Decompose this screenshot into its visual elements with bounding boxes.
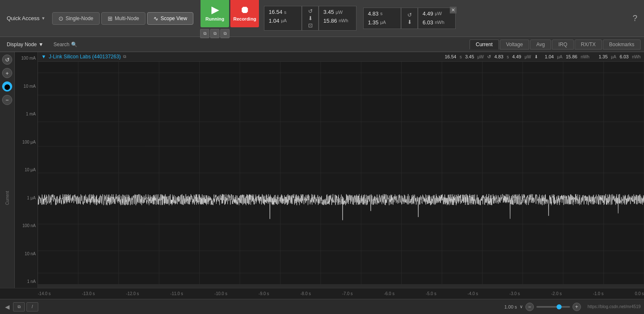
y-label-10ua: 10 μA (16, 168, 36, 172)
running-icon3[interactable]: ⧉ (220, 29, 230, 38)
oscilloscope-area[interactable] (38, 62, 644, 284)
y-label-100na: 100 nA (16, 224, 36, 228)
stats-group-2: ✕ 4.83 s 1.35 μA ↺ ⬇ 4.49 μW 6.03 nWh (363, 8, 456, 29)
recording-button[interactable]: ⏺ Recording (230, 0, 259, 27)
device-expand-icon[interactable]: ⧉ (123, 54, 126, 59)
close-stats2-button[interactable]: ✕ (450, 7, 457, 13)
x-label-7: -7.0 s (342, 291, 353, 296)
x-label-8: -8.0 s (301, 291, 311, 296)
record-icon: ⏺ (240, 5, 249, 16)
cs-current2: 1.35 (599, 54, 607, 59)
tab-rxtx[interactable]: RX/TX (575, 39, 602, 50)
tab-avg[interactable]: Avg (530, 39, 551, 50)
zoom-minus-ctrl[interactable]: − (2, 95, 12, 105)
zoom-out-ctrl[interactable]: ↺ (2, 55, 12, 65)
left-controls: ↺ + ⬤ − Current (0, 52, 15, 288)
running-label: Running (206, 16, 224, 21)
y-label-10na: 10 nA (16, 252, 36, 256)
cs-download-icon[interactable]: ⬇ (534, 54, 538, 60)
zoom-select-ctrl[interactable]: ⬤ (2, 81, 12, 92)
x-label-9: -9.0 s (259, 291, 269, 296)
multi-node-button[interactable]: ⊞ Multi-Node (101, 12, 145, 25)
y-axis: 100 mA 10 mA 1 mA 100 μA 10 μA 1 μA 100 … (15, 52, 38, 288)
stats-icon3[interactable]: ⊡ (308, 22, 313, 29)
quick-access-label: Quick Access (7, 15, 40, 21)
stats-group-1: 16.54 s 1.04 μA ↺ ⬇ ⊡ 3.45 μW 15.86 nWh (264, 6, 356, 31)
help-button[interactable]: ? (629, 13, 641, 23)
main-chart[interactable]: ▼ J-Link Silicon Labs (440137263) ⧉ 16.5… (38, 52, 644, 288)
cs-sep (593, 54, 595, 59)
stat-time-value: 16.54 (269, 8, 282, 17)
device-arrow-icon: ▼ (41, 54, 46, 60)
x-label-6: -6.0 s (384, 291, 394, 296)
zoom-controls: 1.00 s ∨ − + (504, 303, 581, 311)
bottom-icon-2[interactable]: / (26, 302, 38, 311)
cs-energy1: 15.86 (566, 54, 578, 59)
zoom-in-button[interactable]: + (573, 303, 581, 311)
status-url: https://blog.csdn.net/mr4519 (588, 304, 641, 309)
zoom-slider[interactable] (536, 306, 570, 308)
zoom-slider-thumb[interactable] (557, 304, 562, 309)
bottom-icon-1[interactable]: ⧉ (13, 302, 25, 311)
stat-current-value: 1.04 (269, 17, 279, 26)
zoom-in-ctrl[interactable]: + (2, 68, 12, 78)
download-icon[interactable]: ⬇ (308, 15, 313, 21)
current-axis-label-container: Current (4, 108, 11, 288)
reset2-icon[interactable]: ↺ (407, 12, 412, 18)
download2-icon[interactable]: ⬇ (407, 19, 412, 25)
scope-canvas (38, 62, 644, 284)
stats2-reset-icons: ↺ ⬇ (401, 8, 418, 29)
bottom-bar: ◀ ⧉ / 1.00 s ∨ − + https://blog.csdn.net… (0, 299, 644, 314)
tab-irq[interactable]: IRQ (552, 39, 573, 50)
x-label-2: -2.0 s (551, 291, 562, 296)
toolbar: Quick Access ▼ ⊙ Single-Node ⊞ Multi-Nod… (0, 0, 644, 37)
quick-access-button[interactable]: Quick Access ▼ (3, 13, 49, 23)
running-button[interactable]: ▶ Running (201, 0, 229, 27)
chart-stats: 16.54 s 3.45 μW ↺ 4.83 s 4.49 μW ⬇ 1.04 … (445, 54, 641, 60)
scroll-left-button[interactable]: ◀ (3, 304, 11, 310)
main-content: ↺ + ⬤ − Current 100 mA 10 mA 1 mA 100 μA… (0, 52, 644, 314)
single-node-button[interactable]: ⊙ Single-Node (52, 12, 100, 25)
stat-time-unit: s (284, 9, 287, 16)
scope-view-label: Scope View (161, 16, 187, 21)
chart-header: ▼ J-Link Silicon Labs (440137263) ⧉ 16.5… (38, 52, 644, 62)
running-icon1[interactable]: ⧉ (200, 29, 209, 38)
cs-energy2: 6.03 (620, 54, 628, 59)
search-box[interactable]: Search 🔍 (53, 42, 77, 47)
display-node-label: Display Node (7, 42, 37, 47)
stat-power-unit: μW (335, 9, 343, 16)
x-label-3: -3.0 s (509, 291, 520, 296)
quick-access-chevron: ▼ (41, 16, 45, 21)
cs-time2-unit: s (507, 55, 509, 59)
view-buttons: ⊙ Single-Node ⊞ Multi-Node ∿ Scope View (52, 12, 193, 25)
running-icon2[interactable]: ⧉ (210, 29, 219, 38)
tab-bookmarks[interactable]: Bookmarks (603, 39, 641, 50)
display-node-dropdown[interactable]: Display Node ▼ (3, 40, 47, 49)
scope-view-icon: ∿ (153, 15, 158, 22)
y-label-100ma: 100 mA (16, 56, 36, 60)
second-row: Display Node ▼ Search 🔍 Current Voltage … (0, 37, 644, 52)
cs-reset1-icon[interactable]: ↺ (487, 54, 491, 60)
x-label-13: -13.0 s (82, 291, 95, 296)
zoom-out-button[interactable]: − (525, 303, 534, 311)
scope-view-button[interactable]: ∿ Scope View (147, 12, 193, 25)
cs-energy1-unit: nWh (581, 55, 589, 59)
stat-current-unit: μA (281, 17, 287, 25)
reset-icon[interactable]: ↺ (308, 8, 313, 14)
tab-voltage[interactable]: Voltage (500, 39, 529, 50)
cs-power2: 4.49 (512, 54, 521, 59)
x-labels: -14.0 s -13.0 s -12.0 s -11.0 s -10.0 s … (38, 291, 644, 296)
x-label-1: -1.0 s (593, 291, 604, 296)
bottom-left-icons-group: ⧉ / (13, 302, 38, 311)
y-label-1ua: 1 μA (16, 196, 36, 200)
chart-device: ▼ J-Link Silicon Labs (440137263) ⧉ (41, 54, 126, 60)
y-label-1na: 1 nA (16, 280, 36, 284)
stat2-current-value: 1.35 (368, 18, 378, 27)
stat2-energy-unit: nWh (435, 19, 444, 26)
y-label-1ma: 1 mA (16, 112, 36, 116)
y-label-100ua: 100 μA (16, 140, 36, 144)
zoom-value-label: 1.00 s (504, 304, 517, 309)
x-label-11: -11.0 s (170, 291, 183, 296)
tab-current[interactable]: Current (470, 39, 499, 50)
x-label-10: -10.0 s (214, 291, 227, 296)
